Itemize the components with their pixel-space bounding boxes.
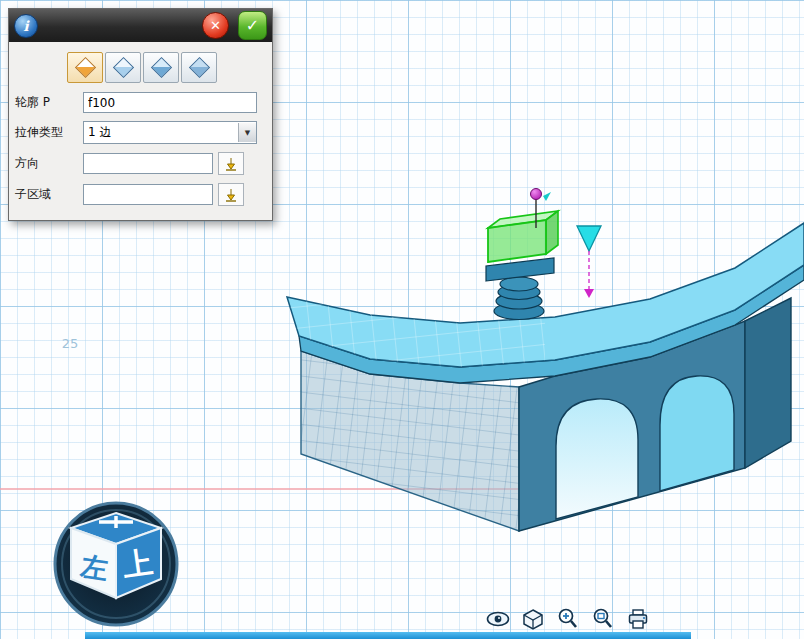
- display-mode-cube-icon[interactable]: [521, 606, 545, 632]
- profile-row: 轮廓 P: [15, 92, 266, 113]
- model-arch-opening-1[interactable]: [556, 399, 638, 519]
- profile-label: 轮廓 P: [15, 94, 83, 111]
- direction-input[interactable]: [83, 153, 213, 174]
- extrude-diamond-variant-4-icon: [188, 57, 209, 78]
- extrude-type-dropdown[interactable]: 1 边 ▼: [83, 121, 257, 144]
- info-icon[interactable]: i: [14, 14, 38, 38]
- view-cube-left-label: 左: [78, 550, 110, 585]
- extrude-option-4-button[interactable]: [181, 52, 217, 83]
- extrude-feature-dialog: i ✕ ✓ 轮廓 P 拉伸类型 1 边: [8, 8, 273, 221]
- extrude-diamond-variant-2-icon: [112, 57, 133, 78]
- model-right-end-face[interactable]: [745, 298, 791, 468]
- direction-pick-button[interactable]: [218, 152, 244, 175]
- zoom-in-icon[interactable]: [556, 606, 580, 632]
- direction-row: 方向: [15, 152, 266, 175]
- cancel-button[interactable]: ✕: [202, 12, 229, 39]
- lower-window-edge: [85, 632, 691, 639]
- direction-cone-icon[interactable]: [577, 226, 601, 251]
- extrusion-preview-highlight[interactable]: [488, 211, 558, 262]
- bridge-model[interactable]: [287, 189, 804, 532]
- eye-visibility-icon[interactable]: [486, 606, 510, 632]
- subregion-row: 子区域: [15, 183, 266, 206]
- subregion-input[interactable]: [83, 184, 213, 205]
- model-arch-opening-2[interactable]: [660, 376, 734, 491]
- extrude-option-3-button[interactable]: [143, 52, 179, 83]
- extrude-type-value: 1 边: [84, 124, 238, 141]
- pick-arrow-icon: [224, 157, 238, 171]
- grid-coordinate-label: 25: [62, 336, 79, 351]
- print-icon[interactable]: [626, 606, 650, 632]
- view-cube-right-label: 上: [120, 544, 155, 583]
- confirm-button[interactable]: ✓: [238, 11, 267, 40]
- direction-drag-handle[interactable]: [577, 226, 601, 298]
- direction-arrowhead-icon: [584, 289, 594, 298]
- cad-application-window: 25: [0, 0, 804, 639]
- pick-arrow-icon: [224, 188, 238, 202]
- view-cube-widget[interactable]: 左 上: [55, 503, 177, 625]
- extrude-type-label: 拉伸类型: [15, 124, 83, 141]
- zoom-window-icon[interactable]: [591, 606, 615, 632]
- direction-label: 方向: [15, 155, 83, 172]
- profile-input[interactable]: [83, 92, 257, 113]
- extrude-option-2-button[interactable]: [105, 52, 141, 83]
- subregion-label: 子区域: [15, 186, 83, 203]
- model-boss-feature[interactable]: [486, 258, 554, 320]
- dropdown-arrow-icon[interactable]: ▼: [238, 123, 256, 142]
- subregion-pick-button[interactable]: [218, 183, 244, 206]
- extrude-solid-diamond-icon: [74, 57, 95, 78]
- extrude-type-row: 拉伸类型 1 边 ▼: [15, 121, 266, 144]
- viewport-status-toolbar: [486, 606, 650, 632]
- extrude-options-toolbar: [67, 52, 272, 83]
- dialog-titlebar[interactable]: i ✕ ✓: [9, 9, 272, 42]
- extrude-diamond-variant-3-icon: [150, 57, 171, 78]
- extrude-option-1-button[interactable]: [67, 52, 103, 83]
- pin-teal-flag-icon: [543, 192, 551, 201]
